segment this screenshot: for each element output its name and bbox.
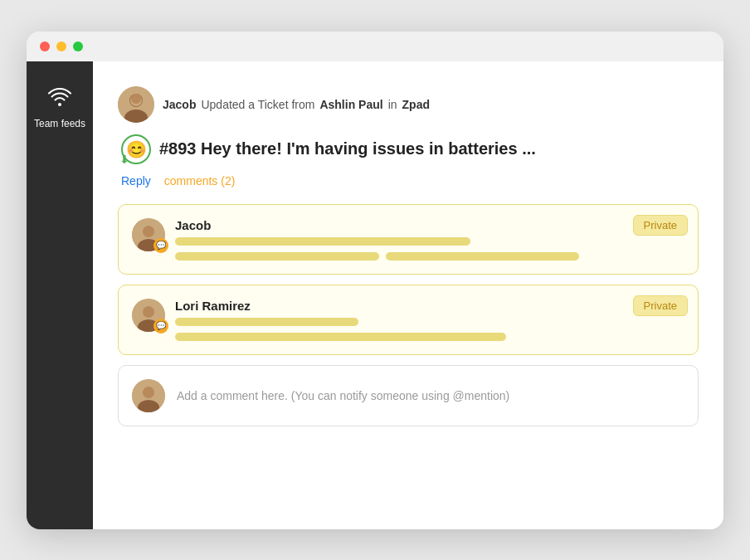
green-arrow-icon: ⬇ <box>119 153 129 166</box>
location-prep: in <box>388 98 397 111</box>
feed-meta: Jacob Updated a Ticket from Ashlin Paul … <box>163 98 430 111</box>
feed-header: Jacob Updated a Ticket from Ashlin Paul … <box>118 86 699 123</box>
add-comment-card[interactable]: Add a comment here. (You can notify some… <box>118 365 699 426</box>
action-links: Reply comments (2) <box>121 174 699 187</box>
comment-card-2: 💬 Lori Ramirez Private <box>118 285 699 355</box>
comment-2-avatar-wrapper: 💬 <box>132 299 165 332</box>
sidebar-team-feeds-label: Team feeds <box>34 118 85 129</box>
svg-point-6 <box>143 226 154 237</box>
reply-link[interactable]: Reply <box>121 174 151 187</box>
team-feeds-icon <box>48 88 71 113</box>
comment-2-private-badge: Private <box>633 295 688 316</box>
comment-1-line-2b <box>386 252 579 261</box>
comment-1-header: 💬 Jacob <box>132 218 684 261</box>
feed-action: Updated a Ticket from <box>201 98 314 111</box>
comments-link[interactable]: comments (2) <box>164 174 236 187</box>
maximize-button[interactable] <box>73 41 83 51</box>
main-content: Jacob Updated a Ticket from Ashlin Paul … <box>93 61 723 529</box>
actor-avatar <box>118 86 154 123</box>
title-bar <box>27 32 723 61</box>
comment-2-chat-icon: 💬 <box>153 319 168 334</box>
svg-point-12 <box>143 387 154 398</box>
ticket-emoji-badge: 😊 ⬇ <box>121 134 151 164</box>
ticket-title: #893 Hey there! I'm having issues in bat… <box>159 139 536 158</box>
comment-1-name: Jacob <box>175 218 684 232</box>
comment-1-line-1 <box>175 237 470 246</box>
add-comment-placeholder[interactable]: Add a comment here. (You can notify some… <box>177 389 509 402</box>
comment-2-line-1 <box>175 318 358 326</box>
browser-body: Team feeds Jacob Updated a T <box>27 61 723 529</box>
comment-1-avatar-wrapper: 💬 <box>132 218 165 251</box>
comment-card-1: 💬 Jacob Private <box>118 204 699 275</box>
comment-1-line-2a <box>175 252 379 261</box>
comment-1-body: Jacob <box>175 218 684 261</box>
add-comment-avatar <box>132 379 165 412</box>
close-button[interactable] <box>40 41 50 51</box>
from-person: Ashlin Paul <box>319 98 382 111</box>
location-name: Zpad <box>402 98 430 111</box>
comment-2-name: Lori Ramirez <box>175 299 684 313</box>
actor-name: Jacob <box>163 98 196 111</box>
browser-window: Team feeds Jacob Updated a T <box>27 32 723 529</box>
comment-2-header: 💬 Lori Ramirez <box>132 299 684 341</box>
svg-point-4 <box>131 94 141 104</box>
minimize-button[interactable] <box>56 41 66 51</box>
ticket-title-row: 😊 ⬇ #893 Hey there! I'm having issues in… <box>121 134 699 164</box>
sidebar: Team feeds <box>27 61 93 529</box>
comment-2-body: Lori Ramirez <box>175 299 684 341</box>
svg-point-9 <box>143 306 154 318</box>
comment-1-chat-icon: 💬 <box>153 238 168 253</box>
comment-2-line-2 <box>175 333 506 341</box>
sidebar-item-team-feeds[interactable]: Team feeds <box>27 78 92 139</box>
comment-1-private-badge: Private <box>633 215 688 236</box>
